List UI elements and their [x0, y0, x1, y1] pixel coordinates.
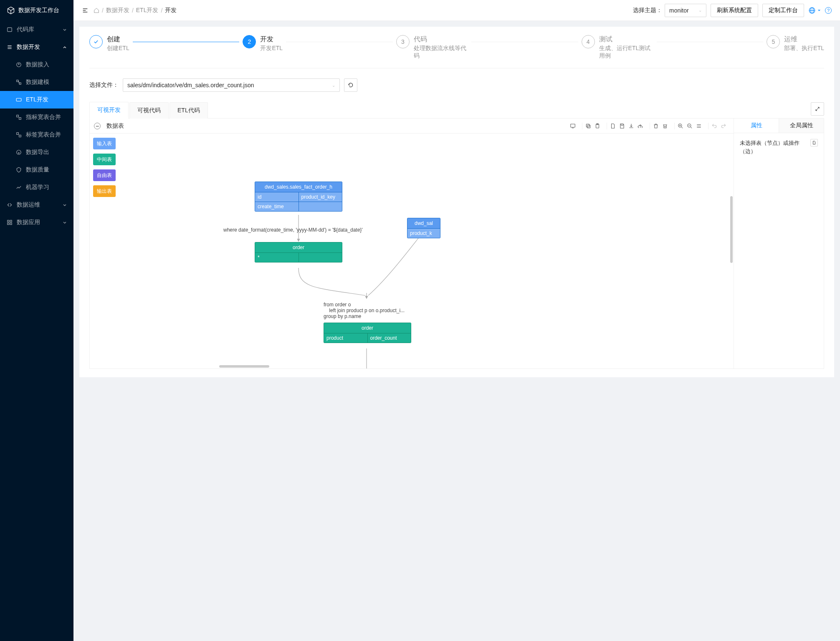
svg-line-31 [681, 126, 683, 128]
tab-visual-dev[interactable]: 可视开发 [89, 102, 129, 119]
scrollbar-horizontal[interactable] [219, 365, 269, 368]
step-2[interactable]: 2 开发开发ETL [243, 35, 283, 52]
crumb-1[interactable]: 数据开发 [106, 7, 129, 14]
steps: 创建创建ETL 2 开发开发ETL 3 代码处理数据流水线等代码 4 [89, 35, 824, 68]
delete-icon[interactable] [653, 123, 659, 129]
etl-icon [16, 97, 22, 103]
logo-icon [7, 6, 15, 15]
upload-icon[interactable] [637, 123, 644, 129]
menu-tag-merge[interactable]: 标签宽表合并 [0, 126, 73, 144]
tab-etl-code[interactable]: ETL代码 [170, 102, 208, 119]
chevron-up-icon [63, 45, 67, 49]
menu-data-model[interactable]: 数据建模 [0, 73, 73, 91]
chevron-down-icon: ⌄ [332, 83, 335, 88]
props-empty-text: 未选择表（节点）或操作（边） [740, 139, 807, 155]
svg-rect-10 [19, 118, 21, 120]
step-1[interactable]: 创建创建ETL [89, 35, 129, 52]
download-icon[interactable] [628, 123, 635, 129]
theme-select[interactable]: monitor ⌄ [665, 4, 706, 17]
canvas-toolbar: − 数据表 [90, 119, 734, 134]
zoom-out-icon[interactable] [686, 123, 693, 129]
edge-label-1[interactable]: where date_format(create_time, 'yyyy-MM-… [223, 227, 363, 233]
crumb-3: 开发 [165, 7, 177, 14]
scrollbar-vertical[interactable] [730, 196, 733, 263]
svg-rect-12 [19, 135, 21, 137]
svg-rect-5 [17, 80, 18, 82]
node-input-table-2[interactable]: dwd_sal product_k [407, 218, 440, 238]
node-mid-table-1[interactable]: order * [255, 242, 342, 262]
app-icon [7, 220, 13, 225]
sidebar-toggle[interactable] [82, 7, 89, 14]
clear-icon[interactable] [662, 123, 668, 129]
save-icon[interactable] [619, 123, 625, 129]
menu-data-app[interactable]: 数据应用 [0, 214, 73, 231]
refresh-config-button[interactable]: 刷新系统配置 [711, 4, 758, 17]
menu-data-dev[interactable]: 数据开发 [0, 38, 73, 56]
svg-rect-6 [19, 83, 21, 84]
properties-panel: 属性 全局属性 未选择表（节点）或操作（边） [734, 119, 824, 368]
zoom-in-icon[interactable] [677, 123, 684, 129]
file-row: 选择文件： sales/dm/indicator/ve/dm_sales.ord… [89, 78, 824, 92]
props-tab-attr[interactable]: 属性 [734, 119, 779, 133]
breadcrumb: / 数据开发 / ETL开发 / 开发 [94, 7, 177, 14]
menu-machine-learning[interactable]: 机器学习 [0, 179, 73, 196]
check-icon [89, 35, 103, 48]
svg-rect-8 [16, 98, 21, 101]
svg-rect-26 [587, 125, 590, 128]
palette-output-table[interactable]: 输出表 [93, 185, 116, 197]
menu-etl-dev[interactable]: ETL开发 [0, 91, 73, 109]
palette-mid-table[interactable]: 中间表 [93, 154, 116, 165]
step-4[interactable]: 4 测试生成、运行ETL测试用例 [582, 35, 653, 60]
menu-data-ingest[interactable]: 数据接入 [0, 56, 73, 73]
svg-rect-11 [17, 133, 19, 135]
node-mid-table-2[interactable]: order productorder_count [324, 323, 411, 343]
main: / 数据开发 / ETL开发 / 开发 选择主题： monitor ⌄ 刷新系统… [73, 0, 840, 641]
edge-label-2[interactable]: from order o left join product p on o.pr… [324, 302, 405, 319]
customize-workbench-button[interactable]: 定制工作台 [762, 4, 804, 17]
fit-icon[interactable] [696, 123, 702, 129]
menu-data-export[interactable]: 数据导出 [0, 144, 73, 161]
import-icon [16, 62, 22, 68]
help-icon[interactable]: ? [825, 7, 832, 14]
node-input-table-1[interactable]: dwd_sales.sales_fact_order_h idproduct_i… [255, 182, 342, 212]
copy-icon[interactable] [585, 123, 592, 129]
tab-bar: 可视开发 可视代码 ETL代码 [89, 102, 824, 119]
editor: − 数据表 [89, 119, 824, 369]
toolbar-title: 数据表 [106, 122, 124, 130]
shield-icon [16, 167, 22, 173]
step-5[interactable]: 5 运维部署、执行ETL [767, 35, 824, 52]
redo-icon[interactable] [720, 123, 727, 129]
chevron-down-icon [63, 28, 67, 32]
tab-visual-code[interactable]: 可视代码 [129, 102, 169, 119]
paste-icon[interactable] [594, 123, 601, 129]
svg-line-7 [18, 81, 19, 83]
palette-input-table[interactable]: 输入表 [93, 138, 116, 149]
palette-collapse-button[interactable]: − [94, 123, 101, 129]
svg-rect-24 [571, 124, 575, 127]
language-switch[interactable] [808, 7, 821, 14]
file-select[interactable]: sales/dm/indicator/ve/dm_sales.order_cou… [123, 78, 340, 92]
svg-rect-27 [586, 124, 589, 127]
canvas[interactable]: dwd_sales.sales_fact_order_h idproduct_i… [119, 134, 734, 368]
menu-indicator-merge[interactable]: 指标宽表合并 [0, 109, 73, 126]
chevron-down-icon [63, 203, 67, 207]
home-icon[interactable] [94, 8, 99, 13]
tag-merge-icon [16, 132, 22, 138]
svg-line-35 [691, 126, 692, 128]
svg-rect-17 [10, 223, 12, 225]
crumb-2[interactable]: ETL开发 [136, 7, 159, 14]
reload-button[interactable] [344, 78, 357, 92]
file-icon[interactable] [610, 123, 616, 129]
fullscreen-button[interactable] [811, 102, 824, 116]
menu-data-ops[interactable]: 数据运维 [0, 196, 73, 214]
menu-code-repo[interactable]: 代码库 [0, 21, 73, 38]
step-3[interactable]: 3 代码处理数据流水线等代码 [396, 35, 468, 60]
doc-icon[interactable] [810, 139, 818, 146]
props-tab-global[interactable]: 全局属性 [779, 119, 824, 133]
sidebar: 数据开发工作台 代码库 数据开发 数据接入 数据建模 ETL开发 指标宽表合并 … [0, 0, 73, 641]
undo-icon[interactable] [711, 123, 718, 129]
ops-icon [7, 202, 13, 208]
menu-data-quality[interactable]: 数据质量 [0, 161, 73, 179]
preview-icon[interactable] [569, 123, 576, 129]
palette-free-table[interactable]: 自由表 [93, 169, 116, 181]
